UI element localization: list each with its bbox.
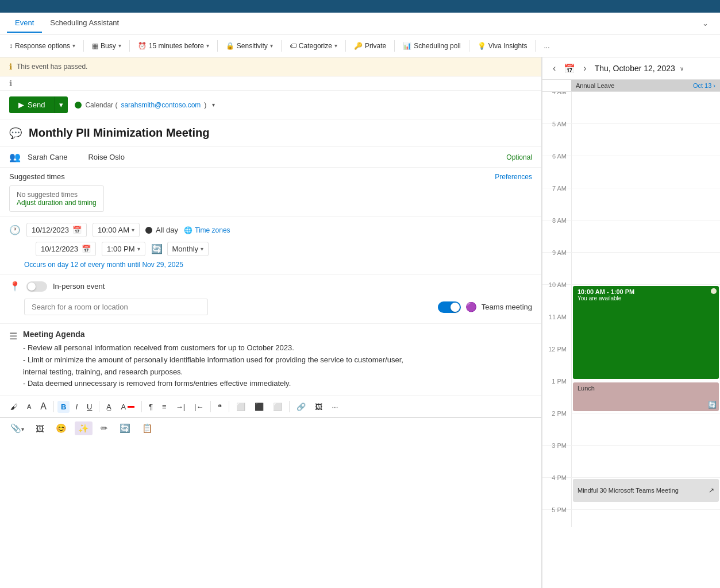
emoji-button[interactable]: 😊 [52,421,70,435]
viva-insights-label: Viva Insights [488,42,528,50]
send-label: Send [28,100,45,109]
timezone-link[interactable]: 🌐 Time zones [184,226,230,234]
cal-date-chevron-icon[interactable]: ∨ [680,65,684,72]
cal-event-mindful[interactable]: Mindful 30 Microsoft Teams Meeting ↗ [573,479,719,502]
attach-button[interactable]: 📎▾ [7,421,28,435]
align-left-button[interactable]: ⬜ [233,401,249,413]
time-9am: 9 AM [542,248,571,284]
private-button[interactable]: 🔑 Private [349,40,391,52]
lunch-label: Lunch [577,385,714,392]
end-date-input[interactable]: 10/12/2023 📅 [36,242,96,256]
start-date-value: 10/12/2023 [32,226,69,234]
signature-button[interactable]: ✏ [97,421,111,435]
lunch-repeat-icon: 🔄 [708,401,717,409]
divider [53,401,54,412]
collapse-btn[interactable]: ⌄ [698,19,713,28]
quote-button[interactable]: ❝ [214,401,225,413]
attendee-2[interactable]: Roise Oslo [88,153,125,161]
fluent-button[interactable]: ✨ [75,421,93,435]
cal-event-lunch[interactable]: Lunch 🔄 [573,382,719,411]
cal-annual-leave-event[interactable]: Annual Leave Oct 13 › [571,80,720,91]
indent-more-button[interactable]: →| [172,401,188,413]
clock-icon: 🕐 [9,225,21,235]
attendee-1[interactable]: Sarah Cane [28,153,67,161]
cal-header-event-nav[interactable]: Oct 13 › [693,82,715,89]
bold-button[interactable]: B [57,401,70,413]
more-format-button[interactable]: ··· [328,401,341,413]
scheduling-poll-button[interactable]: 📊 Scheduling poll [398,40,465,52]
format-painter-button[interactable]: 🖌 [7,401,21,413]
align-right-button[interactable]: ⬜ [269,401,286,413]
adjust-link[interactable]: Adjust duration and timing [17,199,97,207]
occurs-text: Occurs on day 12 of every month until No… [24,261,532,269]
divider [535,40,536,52]
event-availability: You are available [577,295,714,301]
time-content-4am [571,92,720,123]
time-content-5am [571,124,720,156]
room-search-input[interactable] [24,299,208,315]
recurrence-select[interactable]: Monthly ▾ [167,242,209,256]
forms-button[interactable]: 📋 [138,421,156,435]
in-person-toggle[interactable] [26,281,47,292]
indent-less-button[interactable]: |← [191,401,207,413]
private-label: Private [365,42,386,50]
send-dropdown-button[interactable]: ▾ [54,96,68,113]
more-icon: ... [544,42,549,50]
font-color-button[interactable]: A [117,401,138,413]
end-time-input[interactable]: 1:00 PM ▾ [102,242,145,256]
private-icon: 🔑 [354,42,363,50]
tab-scheduling-assistant[interactable]: Scheduling Assistant [42,14,127,33]
link-button[interactable]: 🔗 [293,401,309,413]
send-button[interactable]: ▶ Send [9,96,54,113]
cal-prev-button[interactable]: ‹ [549,62,559,75]
preferences-link[interactable]: Preferences [495,173,532,181]
attendees-icon: 👥 [9,152,21,163]
start-date-input[interactable]: 10/12/2023 📅 [26,223,87,237]
agenda-text[interactable]: - Review all personal information receiv… [23,342,532,390]
event-title-input[interactable] [29,126,532,140]
time-3pm: 3 PM [542,441,571,477]
time-content-6am [571,156,720,188]
response-options-button[interactable]: ↕ Response options ▾ [5,40,80,52]
list-button[interactable]: ≡ [159,401,170,413]
top-bar [0,0,720,13]
italic-button[interactable]: I [72,401,81,413]
toolbar: ↕ Response options ▾ ▦ Busy ▾ ⏰ 15 minut… [0,34,720,57]
paragraph-button[interactable]: ¶ [145,401,156,413]
sensitivity-label: Sensitivity [237,42,268,50]
start-time-input[interactable]: 10:00 AM ▾ [93,223,140,237]
timezone-label: Time zones [195,226,230,234]
categorize-button[interactable]: 🏷 Categorize ▾ [285,40,342,52]
font-larger-button[interactable]: A [37,400,50,413]
image-inline-button[interactable]: 🖼 [311,401,326,413]
teams-toggle[interactable] [438,301,461,313]
underline-button[interactable]: U [83,401,95,413]
send-button-group: ▶ Send ▾ [9,96,68,113]
time-content-5pm [571,510,720,527]
time-content-8am [571,220,720,252]
viva-insights-button[interactable]: 💡 Viva Insights [473,40,532,52]
cal-date-title[interactable]: Thu, October 12, 2023 [595,64,675,73]
send-row: ▶ Send ▾ Calendar ( sarahsmith@contoso.c… [0,91,541,119]
end-date-value: 10/12/2023 [41,245,78,253]
loop-button[interactable]: 🔄 [116,421,134,435]
time-4pm: 4 PM [542,473,571,509]
optional-link[interactable]: Optional [506,153,532,161]
reminder-button[interactable]: ⏰ 15 minutes before ▾ [133,40,214,52]
tab-event[interactable]: Event [7,14,42,33]
font-smaller-button[interactable]: A [24,401,34,412]
more-button[interactable]: ... [539,40,554,52]
sensitivity-button[interactable]: 🔒 Sensitivity ▾ [221,40,278,52]
calendar-label: Calendar ( [85,101,117,109]
body-row: ☰ Meeting Agenda - Review all personal i… [9,330,532,390]
image-button[interactable]: 🖼 [32,422,48,435]
reminder-icon: ⏰ [138,42,147,50]
format-toolbar: 🖌 A A B I U A̲ A ¶ ≡ →| |← ❝ ⬜ ⬛ ⬜ 🔗 🖼 ·… [0,396,541,417]
align-center-button[interactable]: ⬛ [251,401,267,413]
cal-event-meeting[interactable]: 10:00 AM - 1:00 PM You are available [573,286,719,379]
calendar-chevron-icon[interactable]: ▾ [212,102,215,108]
time-labels-10-12: 10 AM 11 AM 12 PM [542,285,571,381]
busy-button[interactable]: ▦ Busy ▾ [87,40,126,52]
highlight-button[interactable]: A̲ [103,401,115,413]
cal-next-button[interactable]: › [580,62,590,75]
